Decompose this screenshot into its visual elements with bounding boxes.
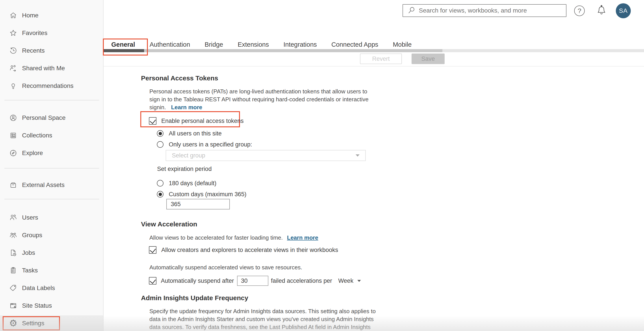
pat-description-line: signin. Learn more xyxy=(150,104,202,111)
avatar-initials: SA xyxy=(619,7,628,14)
sidebar-item-collections[interactable]: Collections xyxy=(0,127,103,144)
sidebar-item-label: Favorites xyxy=(22,29,47,36)
header-separator xyxy=(104,66,644,66)
pat-description-line: sign in to the Tableau REST API without … xyxy=(150,96,368,103)
view-accel-learn-more-link[interactable]: Learn more xyxy=(287,234,318,241)
sidebar-item-settings[interactable]: ⚙ Settings xyxy=(0,315,103,331)
person-circle-icon xyxy=(9,113,18,122)
history-clock-icon xyxy=(9,46,18,55)
auto-suspend-checkbox[interactable] xyxy=(149,277,156,285)
sidebar-item-groups[interactable]: Groups xyxy=(0,226,103,244)
section-title-view-acceleration: View Acceleration xyxy=(141,220,197,228)
search-input[interactable] xyxy=(419,7,566,14)
tab-general[interactable]: General xyxy=(111,41,135,48)
sidebar-item-label: Explore xyxy=(22,150,43,157)
specified-group-radio[interactable] xyxy=(157,141,164,148)
tab-extensions[interactable]: Extensions xyxy=(238,41,269,48)
sidebar-item-tasks[interactable]: Tasks xyxy=(0,262,103,279)
sidebar-item-label: Shared with Me xyxy=(22,65,65,72)
sidebar-item-label: Jobs xyxy=(22,249,35,256)
external-assets-box-icon xyxy=(9,181,18,189)
tasks-clipboard-icon xyxy=(9,266,18,275)
chevron-down-icon xyxy=(356,154,360,157)
tab-bridge[interactable]: Bridge xyxy=(205,41,223,48)
save-button[interactable]: Save xyxy=(412,53,444,64)
select-group-placeholder: Select group xyxy=(172,152,205,159)
section-title-admin-insights: Admin Insights Update Frequency xyxy=(141,294,248,302)
admin-insights-description-line: Specify the update frequency for Admin I… xyxy=(150,308,376,315)
app-window: Home Favorites Recents Shared with Me Re xyxy=(0,0,644,331)
sidebar-divider xyxy=(4,100,99,100)
suspend-description: Automatically suspend accelerated views … xyxy=(150,264,302,271)
sidebar-item-label: External Assets xyxy=(22,181,64,189)
users-icon xyxy=(9,213,18,222)
tab-authentication[interactable]: Authentication xyxy=(150,41,190,48)
days-180-radio[interactable] xyxy=(157,180,164,187)
section-title-personal-access-tokens: Personal Access Tokens xyxy=(141,74,218,82)
tab-mobile[interactable]: Mobile xyxy=(393,41,412,48)
custom-days-radio[interactable] xyxy=(157,191,164,198)
settings-tab-bar: General Authentication Bridge Extensions… xyxy=(111,41,412,48)
sidebar-item-data-labels[interactable]: Data Labels xyxy=(0,279,103,297)
days-180-label: 180 days (default) xyxy=(169,180,216,187)
groups-icon xyxy=(9,231,18,240)
jobs-document-clock-icon xyxy=(9,248,18,257)
home-icon xyxy=(9,11,18,20)
custom-days-input[interactable] xyxy=(166,199,230,209)
suspend-period-dropdown[interactable]: Week xyxy=(338,278,361,284)
sidebar-item-personal-space[interactable]: Personal Space xyxy=(0,109,103,127)
select-group-dropdown[interactable]: Select group xyxy=(166,150,366,161)
search-box xyxy=(402,4,566,17)
sidebar-item-external-assets[interactable]: External Assets xyxy=(0,176,103,194)
allow-accel-label: Allow creators and explorers to accelera… xyxy=(161,247,338,254)
search-icon xyxy=(408,6,415,15)
sidebar-item-label: Users xyxy=(22,214,38,221)
sidebar-divider xyxy=(4,199,99,199)
sidebar-item-favorites[interactable]: Favorites xyxy=(0,24,103,42)
shared-with-me-icon xyxy=(9,64,18,73)
days-180-radio-row: 180 days (default) xyxy=(157,180,216,187)
sidebar-item-recents[interactable]: Recents xyxy=(0,42,103,59)
tab-scrollbar-thumb[interactable] xyxy=(144,49,442,52)
pat-learn-more-link[interactable]: Learn more xyxy=(171,104,202,111)
sidebar-item-label: Groups xyxy=(22,232,42,239)
sidebar-item-label: Tasks xyxy=(22,267,38,274)
revert-button[interactable]: Revert xyxy=(360,53,402,64)
help-icon[interactable]: ? xyxy=(574,5,585,16)
sidebar-item-label: Data Labels xyxy=(22,285,55,292)
specified-group-radio-row: Only users in a specified group: xyxy=(157,141,252,148)
help-glyph: ? xyxy=(578,7,582,14)
all-users-radio[interactable] xyxy=(157,130,164,137)
sidebar-item-recommendations[interactable]: Recommendations xyxy=(0,77,103,95)
enable-pat-label: Enable personal access tokens xyxy=(161,118,244,124)
enable-pat-checkbox[interactable] xyxy=(149,117,156,125)
suspend-count-input[interactable] xyxy=(237,276,268,286)
allow-accel-checkbox[interactable] xyxy=(149,246,156,254)
sidebar-item-home[interactable]: Home xyxy=(0,6,103,24)
auto-suspend-prefix: Automatically suspend after xyxy=(161,278,234,284)
sidebar-item-shared-with-me[interactable]: Shared with Me xyxy=(0,59,103,77)
sidebar-item-jobs[interactable]: Jobs xyxy=(0,244,103,262)
active-tab-indicator xyxy=(104,49,144,52)
sidebar-item-label: Home xyxy=(22,12,38,19)
sidebar-item-label: Personal Space xyxy=(22,114,66,121)
sidebar-item-label: Settings xyxy=(22,320,44,327)
sidebar-item-label: Site Status xyxy=(22,302,52,309)
chevron-down-icon xyxy=(357,280,361,282)
collections-grid-icon xyxy=(9,131,18,140)
sidebar-item-label: Recents xyxy=(22,47,45,54)
tab-connected-apps[interactable]: Connected Apps xyxy=(331,41,378,48)
view-accel-description-text: Allow views to be accelerated for faster… xyxy=(150,234,283,241)
pat-description-line: Personal access tokens (PATs) are long-l… xyxy=(150,88,367,95)
sidebar-item-explore[interactable]: Explore xyxy=(0,144,103,162)
sidebar-item-users[interactable]: Users xyxy=(0,209,103,226)
all-users-radio-row: All users on this site xyxy=(157,130,222,137)
notifications-bell-icon[interactable] xyxy=(596,5,607,17)
custom-days-label: Custom days (maximum 365) xyxy=(169,191,246,198)
compass-icon xyxy=(9,149,18,157)
auto-suspend-suffix: failed accelerations per xyxy=(271,278,332,284)
tab-integrations[interactable]: Integrations xyxy=(284,41,317,48)
gear-icon: ⚙ xyxy=(9,319,18,328)
sidebar-item-site-status[interactable]: Site Status xyxy=(0,297,103,315)
avatar[interactable]: SA xyxy=(616,3,631,18)
